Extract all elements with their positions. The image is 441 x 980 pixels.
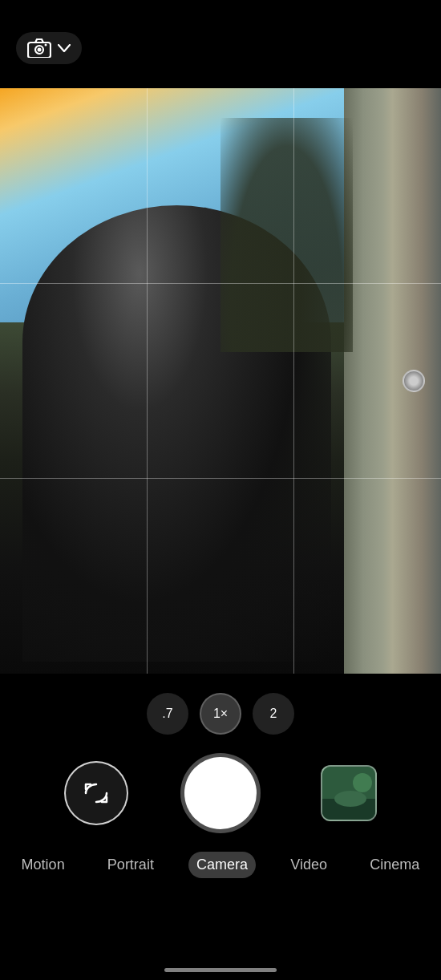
gallery-thumbnail[interactable] bbox=[321, 765, 377, 821]
tab-portrait[interactable]: Portrait bbox=[99, 852, 162, 878]
bottom-controls: .7 1× 2 bbox=[0, 674, 441, 980]
zoom-2x-button[interactable]: 2 bbox=[253, 693, 294, 735]
zoom-07-button[interactable]: .7 bbox=[147, 693, 188, 735]
chevron-down-icon bbox=[58, 44, 71, 52]
svg-point-5 bbox=[353, 773, 372, 792]
gallery-preview-icon bbox=[322, 767, 377, 821]
svg-point-3 bbox=[38, 48, 42, 52]
home-indicator bbox=[164, 968, 277, 972]
zoom-1x-button[interactable]: 1× bbox=[200, 693, 241, 735]
camera-preview bbox=[0, 88, 441, 674]
flip-camera-icon bbox=[81, 778, 111, 808]
tab-camera[interactable]: Camera bbox=[188, 852, 256, 878]
zoom-controls: .7 1× 2 bbox=[147, 693, 294, 735]
pillar-layer bbox=[344, 88, 441, 674]
flip-camera-button[interactable] bbox=[64, 761, 128, 825]
svg-point-7 bbox=[334, 791, 366, 807]
trees-layer bbox=[220, 118, 353, 352]
shutter-button[interactable] bbox=[184, 757, 257, 829]
svg-point-2 bbox=[45, 44, 47, 47]
shutter-row bbox=[0, 757, 441, 829]
camera-settings-icon bbox=[27, 38, 51, 58]
tab-video[interactable]: Video bbox=[282, 852, 335, 878]
top-bar bbox=[0, 0, 441, 88]
mode-tabs: Motion Portrait Camera Video Cinema bbox=[0, 852, 441, 878]
tab-motion[interactable]: Motion bbox=[14, 852, 73, 878]
tab-cinema[interactable]: Cinema bbox=[362, 852, 427, 878]
focus-indicator bbox=[403, 370, 425, 392]
camera-settings-button[interactable] bbox=[16, 32, 82, 64]
viewfinder[interactable] bbox=[0, 88, 441, 674]
